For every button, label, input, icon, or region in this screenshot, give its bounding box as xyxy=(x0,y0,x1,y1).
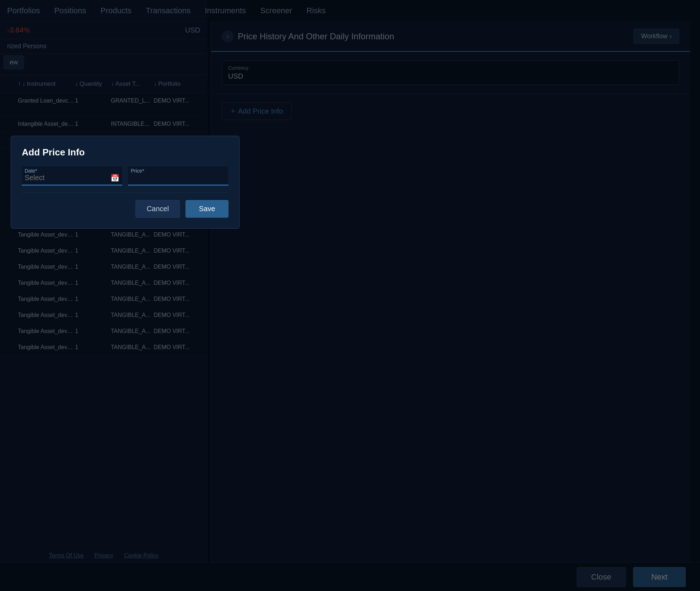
calendar-icon[interactable]: 📅 xyxy=(110,173,119,182)
price-field: Price* xyxy=(128,167,228,185)
modal-save-button[interactable]: Save xyxy=(186,200,228,218)
date-label: Date* xyxy=(25,168,37,174)
add-price-modal: Add Price Info Date* 📅 Price* Cancel Sav… xyxy=(11,136,240,229)
modal-fields: Date* 📅 Price* xyxy=(22,167,228,185)
modal-overlay xyxy=(0,0,700,591)
date-field: Date* 📅 xyxy=(22,167,122,185)
modal-cancel-button[interactable]: Cancel xyxy=(135,200,180,218)
modal-actions: Cancel Save xyxy=(22,193,228,218)
modal-title: Add Price Info xyxy=(22,147,228,158)
price-label: Price* xyxy=(131,168,144,174)
